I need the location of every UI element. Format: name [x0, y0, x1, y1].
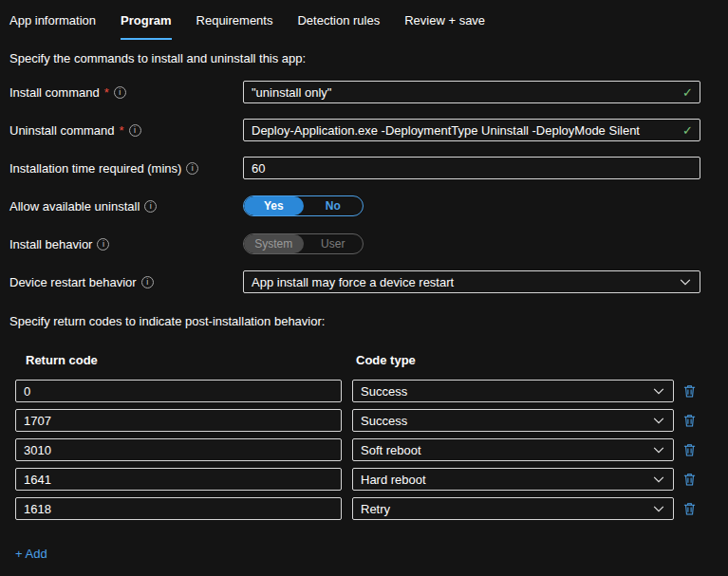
- return-code-input[interactable]: [15, 380, 342, 402]
- install-behavior-label: Install behavior: [9, 237, 243, 251]
- return-code-input[interactable]: [15, 438, 342, 461]
- commands-section-heading: Specify the commands to install and unin…: [0, 40, 728, 65]
- code-type-value: Retry: [361, 502, 390, 516]
- install-command-label-text: Install command: [9, 85, 100, 100]
- uninstall-command-label: Uninstall command: [9, 123, 243, 138]
- code-type-value: Success: [361, 384, 407, 399]
- install-behavior-system: System: [244, 234, 304, 253]
- return-code-input[interactable]: [15, 497, 342, 520]
- code-type-value: Soft reboot: [361, 443, 421, 457]
- install-time-label: Installation time required (mins): [9, 161, 243, 176]
- tab-app-information[interactable]: App information: [9, 13, 96, 40]
- return-code-column-header: Return code: [15, 353, 352, 367]
- add-return-code-link[interactable]: + Add: [15, 547, 47, 561]
- install-behavior-user: User: [304, 234, 364, 253]
- install-behavior-row: Install behavior System User: [9, 232, 700, 255]
- install-time-row: Installation time required (mins): [9, 157, 700, 179]
- code-type-dropdown[interactable]: Soft reboot: [352, 438, 674, 461]
- delete-row-icon[interactable]: [682, 383, 697, 399]
- required-asterisk: [104, 85, 109, 100]
- valid-check-icon: [682, 81, 693, 103]
- delete-row-icon[interactable]: [682, 472, 697, 487]
- code-type-value: Hard reboot: [361, 473, 426, 487]
- code-type-dropdown[interactable]: Success: [352, 380, 674, 402]
- code-type-dropdown[interactable]: Success: [352, 409, 674, 432]
- return-codes-header-row: Return code Code type: [15, 353, 728, 367]
- chevron-down-icon: [652, 502, 665, 515]
- info-icon[interactable]: [97, 238, 109, 251]
- table-row: Retry: [15, 497, 728, 520]
- code-type-dropdown[interactable]: Hard reboot: [352, 468, 674, 491]
- valid-check-icon: [682, 119, 693, 141]
- return-code-input[interactable]: [15, 468, 342, 491]
- code-type-column-header: Code type: [352, 353, 416, 367]
- delete-row-icon[interactable]: [682, 413, 697, 428]
- allow-uninstall-label: Allow available uninstall: [9, 199, 243, 214]
- allow-uninstall-toggle: Yes No: [243, 195, 364, 216]
- allow-uninstall-label-text: Allow available uninstall: [9, 199, 140, 214]
- info-icon[interactable]: [114, 86, 126, 99]
- table-row: Success: [15, 409, 728, 432]
- delete-row-icon[interactable]: [682, 442, 697, 457]
- tab-detection-rules[interactable]: Detection rules: [297, 13, 380, 40]
- install-command-label: Install command: [9, 85, 243, 100]
- return-code-input[interactable]: [15, 409, 342, 432]
- install-command-input[interactable]: [243, 81, 700, 103]
- tab-requirements[interactable]: Requirements: [196, 13, 273, 40]
- tab-review-save[interactable]: Review + save: [404, 13, 485, 40]
- code-type-value: Success: [361, 414, 407, 428]
- return-codes-table: Return code Code type Success Success So…: [15, 353, 728, 520]
- restart-behavior-row: Device restart behavior App install may …: [9, 270, 700, 293]
- allow-uninstall-no[interactable]: No: [304, 196, 364, 215]
- table-row: Soft reboot: [15, 438, 728, 461]
- info-icon[interactable]: [129, 124, 141, 137]
- chevron-down-icon: [652, 443, 665, 456]
- required-asterisk: [120, 123, 124, 138]
- table-row: Hard reboot: [15, 468, 728, 491]
- install-command-row: Install command: [9, 81, 700, 103]
- info-icon[interactable]: [144, 200, 157, 213]
- chevron-down-icon: [652, 414, 665, 427]
- install-time-label-text: Installation time required (mins): [9, 161, 181, 176]
- install-behavior-label-text: Install behavior: [9, 237, 92, 251]
- chevron-down-icon: [652, 473, 665, 486]
- chevron-down-icon: [679, 275, 692, 288]
- uninstall-command-row: Uninstall command: [9, 119, 700, 141]
- info-icon[interactable]: [141, 276, 154, 288]
- uninstall-command-input[interactable]: [243, 119, 700, 141]
- restart-behavior-label: Device restart behavior: [9, 275, 243, 289]
- tab-program[interactable]: Program: [121, 13, 171, 40]
- return-codes-section-heading: Specify return codes to indicate post-in…: [0, 293, 728, 328]
- info-icon[interactable]: [186, 162, 198, 175]
- wizard-tabs: App information Program Requirements Det…: [0, 0, 728, 40]
- restart-behavior-value: App install may force a device restart: [252, 275, 454, 289]
- allow-uninstall-yes[interactable]: Yes: [244, 196, 304, 215]
- table-row: Success: [15, 380, 728, 402]
- delete-row-icon[interactable]: [682, 501, 697, 516]
- chevron-down-icon: [652, 384, 665, 398]
- allow-uninstall-row: Allow available uninstall Yes No: [9, 195, 700, 217]
- install-behavior-toggle: System User: [243, 233, 364, 254]
- uninstall-command-label-text: Uninstall command: [9, 123, 115, 138]
- restart-behavior-dropdown[interactable]: App install may force a device restart: [243, 270, 700, 293]
- install-time-input[interactable]: [243, 157, 700, 179]
- program-form: Install command Uninstall command Instal…: [0, 81, 728, 293]
- code-type-dropdown[interactable]: Retry: [352, 497, 674, 520]
- restart-behavior-label-text: Device restart behavior: [9, 275, 137, 289]
